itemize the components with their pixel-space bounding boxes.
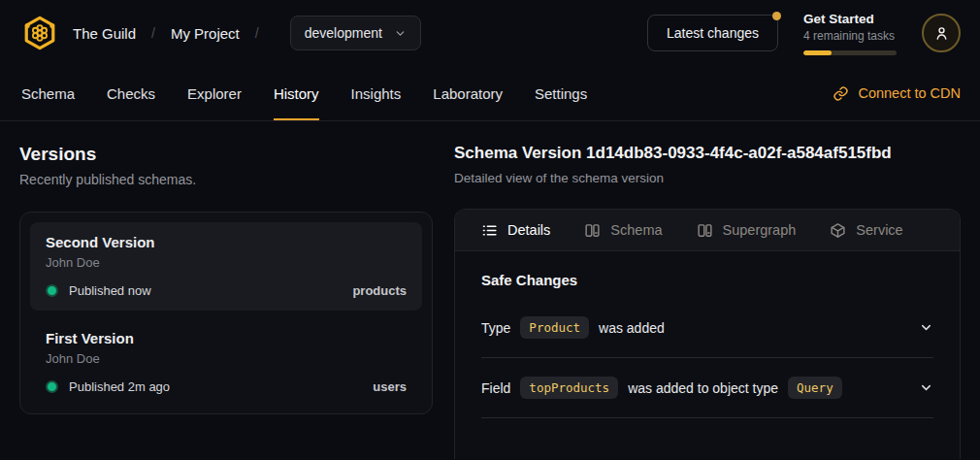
latest-changes-button[interactable]: Latest changes [647, 15, 778, 51]
version-name: First Version [46, 329, 407, 347]
version-author: John Doe [46, 254, 407, 271]
chevron-down-icon [919, 320, 933, 335]
detail-tab-label: Service [856, 222, 902, 238]
get-started-subtitle: 4 remaining tasks [803, 28, 897, 44]
primary-nav: SchemaChecksExplorerHistoryInsightsLabor… [0, 66, 980, 121]
detail-tabbar: DetailsSchemaSupergraphService [455, 210, 960, 251]
version-card[interactable]: Second VersionJohn DoePublished nowprodu… [30, 222, 422, 311]
connect-to-cdn-label: Connect to CDN [858, 85, 961, 101]
latest-changes-label: Latest changes [667, 25, 759, 41]
schema-version-title: Schema Version 1d14db83-0933-4f4c-a02f-a… [454, 143, 961, 164]
columns-icon [584, 222, 601, 239]
versions-list: Second VersionJohn DoePublished nowprodu… [19, 212, 433, 414]
detail-tab-service[interactable]: Service [830, 222, 902, 239]
get-started-widget[interactable]: Get Started 4 remaining tasks [803, 11, 897, 55]
version-status: Published 2m ago [69, 379, 170, 394]
version-author: John Doe [46, 350, 407, 367]
primary-nav-tabs: SchemaChecksExplorerHistoryInsightsLabor… [21, 66, 587, 120]
breadcrumb-org[interactable]: The Guild [73, 25, 136, 42]
environment-selector[interactable]: development [290, 16, 421, 50]
header-actions: Latest changes Get Started 4 remaining t… [647, 11, 961, 55]
tab-laboratory[interactable]: Laboratory [433, 66, 503, 120]
detail-tab-label: Details [507, 222, 550, 238]
connect-to-cdn-link[interactable]: Connect to CDN [833, 66, 961, 120]
breadcrumb: The Guild / My Project / development [21, 15, 421, 51]
list-icon [481, 222, 498, 239]
change-row[interactable]: TypeProductwas added [481, 298, 933, 358]
detail-tab-details[interactable]: Details [481, 222, 550, 239]
change-text: Field [481, 380, 510, 396]
version-service: users [373, 379, 407, 394]
columns-icon [697, 222, 713, 239]
change-text: was added to object type [628, 380, 778, 396]
changes-list: TypeProductwas addedFieldtopProductswas … [481, 298, 933, 418]
link-icon [833, 85, 849, 102]
tab-history[interactable]: History [274, 66, 319, 120]
version-name: Second Version [46, 233, 407, 251]
detail-tab-schema[interactable]: Schema [584, 222, 662, 239]
tab-checks[interactable]: Checks [107, 66, 155, 120]
app-header: The Guild / My Project / development Lat… [0, 0, 980, 66]
published-status-icon [46, 284, 58, 297]
tab-explorer[interactable]: Explorer [187, 66, 242, 120]
get-started-progress-fill [803, 50, 832, 55]
change-text: Type [481, 320, 510, 336]
tab-insights[interactable]: Insights [351, 66, 402, 120]
version-card[interactable]: First VersionJohn DoePublished 2m agouse… [30, 318, 422, 407]
chevron-down-icon [394, 27, 407, 40]
versions-title: Versions [19, 143, 433, 165]
change-row[interactable]: FieldtopProductswas added to object type… [481, 358, 933, 418]
schema-version-column: Schema Version 1d14db83-0933-4f4c-a02f-a… [454, 143, 961, 459]
change-code-chip: topProducts [520, 377, 618, 399]
chevron-down-icon [919, 380, 933, 395]
change-code-chip: Query [788, 377, 842, 399]
version-status: Published now [69, 283, 151, 298]
breadcrumb-separator: / [255, 25, 259, 41]
tab-schema[interactable]: Schema [21, 66, 75, 120]
cube-icon [830, 222, 846, 239]
tab-settings[interactable]: Settings [535, 66, 587, 120]
version-meta: Published nowproducts [46, 283, 407, 298]
user-avatar[interactable] [922, 14, 961, 52]
get-started-title: Get Started [803, 11, 897, 27]
notification-dot [772, 12, 781, 20]
breadcrumb-project[interactable]: My Project [171, 25, 240, 42]
detail-tab-label: Schema [610, 222, 662, 238]
safe-changes-title: Safe Changes [481, 272, 933, 288]
main-content: Versions Recently published schemas. Sec… [0, 121, 980, 459]
user-icon [932, 24, 951, 43]
versions-subtitle: Recently published schemas. [19, 171, 433, 188]
versions-column: Versions Recently published schemas. Sec… [19, 143, 433, 459]
schema-version-subtitle: Detailed view of the schema version [454, 170, 961, 187]
version-service: products [352, 283, 407, 298]
guild-logo-icon[interactable] [21, 15, 58, 51]
detail-tab-label: Supergraph [723, 222, 797, 238]
environment-selector-value: development [305, 25, 382, 41]
detail-tab-supergraph[interactable]: Supergraph [697, 222, 797, 239]
schema-version-detail-panel: DetailsSchemaSupergraphService Safe Chan… [454, 209, 961, 459]
version-meta: Published 2m agousers [46, 379, 407, 394]
breadcrumb-separator: / [151, 25, 155, 41]
change-text: was added [599, 320, 665, 336]
change-code-chip: Product [520, 316, 589, 339]
detail-content: Safe Changes TypeProductwas addedFieldto… [455, 251, 960, 418]
published-status-icon [46, 380, 58, 393]
get-started-progress-bar [803, 50, 897, 55]
